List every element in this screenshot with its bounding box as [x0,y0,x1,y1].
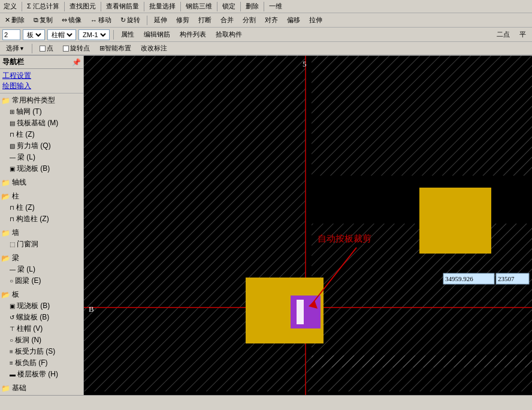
axis-icon: ⊞ [10,108,14,115]
svg-rect-11 [297,300,304,324]
canvas-area[interactable]: 5 B 34959.926 23507 自动按板裁剪 Y [84,56,532,395]
neg-rebar-icon: ≡ [10,360,13,366]
btn-align[interactable]: 对齐 [261,14,282,26]
folder-icon-wall: 📁 [1,229,10,237]
svg-rect-3 [312,56,532,176]
main-area: 导航栏 📌 工程设置 绘图输入 📁 常用构件类型 ⊞ 轴网 (T) ▤ 筏板基础 [0,56,532,395]
btn-split[interactable]: 分割 [239,14,259,26]
btn-extend[interactable]: 延伸 [150,14,171,26]
sidebar-item-slab-rebar[interactable]: ≡ 板受力筋 (S) [0,346,83,357]
sidebar-section-foundation: 📁 基础 [0,381,83,395]
num-input[interactable] [2,29,20,40]
sidebar-item-round-beam[interactable]: ○ 圆梁 (E) [0,275,83,287]
type3-combo[interactable]: ZM-1 [78,29,110,40]
btn-select[interactable]: 选择 ▼ [2,43,28,55]
btn-offset[interactable]: 偏移 [283,14,304,26]
divider7 [240,2,241,11]
btn-break[interactable]: 打断 [195,14,215,26]
sidebar-top-links: 工程设置 绘图输入 [0,69,83,94]
sidebar-group-slab[interactable]: 📂 板 [0,289,83,300]
sidebar-item-column[interactable]: ⊓ 柱 (Z) [0,129,83,140]
toolbar-lock[interactable]: 锁定 [220,2,238,11]
toolbar-delete2[interactable]: 删除 [243,2,261,11]
divider11 [32,44,32,53]
folder-icon-foundation: 📁 [1,384,10,393]
btn-mirror[interactable]: ⇔ 镜像 [58,14,85,26]
toolbar-view-rebar[interactable]: 查看钢筋量 [104,2,141,11]
toolbar-1d[interactable]: 一维 [267,2,285,11]
toolbar-batch-select[interactable]: 批量选择 [147,2,178,11]
dropdown-arrow: ▼ [19,46,25,52]
sidebar-item-door[interactable]: ⬚ 门窗洞 [0,239,83,250]
divider3 [101,2,101,11]
sidebar-pin-icon[interactable]: 📌 [72,58,81,67]
sidebar-group-col[interactable]: 📂 柱 [0,191,83,202]
btn-property[interactable]: 属性 [117,29,138,41]
beam-icon: — [10,154,16,161]
sidebar-group-axis[interactable]: 📁 轴线 [0,177,83,188]
sidebar-item-slab[interactable]: ▣ 现浇板 (B) [0,163,83,174]
btn-point[interactable]: 点 [36,43,57,55]
btn-smart-layout[interactable]: ⊞ 智能布置 [96,43,135,55]
sidebar-item-floor-band[interactable]: ▬ 楼层板带 (H) [0,369,83,380]
btn-delete[interactable]: ✕ 删除 [1,14,28,26]
sidebar-section-axis: 📁 轴线 [0,176,83,189]
type2-combo[interactable]: 柱帽 [47,29,76,40]
move-icon: ↔ [90,17,97,24]
toolbar-sum[interactable]: Σ 汇总计算 [25,2,62,11]
type1-combo[interactable]: 板 [23,29,45,40]
slab-hole-icon: ○ [10,337,13,343]
sidebar-section-slab: 📂 板 ▣ 现浇板 (B) ↺ 螺旋板 (B) ⊤ 柱帽 (V) ○ 板洞 [0,288,83,381]
divider9 [147,16,147,25]
toolbar-3d-rebar[interactable]: 钢筋三维 [183,2,214,11]
toolbar-row2: ✕ 删除 ⧉ 复制 ⇔ 镜像 ↔ 移动 ↻ 旋转 延伸 修剪 打断 合并 [0,13,532,28]
sidebar-group-wall[interactable]: 📁 墙 [0,227,83,239]
type1-select[interactable]: 板 [25,30,43,40]
sidebar-group-common[interactable]: 📁 常用构件类型 [0,95,83,106]
raft-icon: ▤ [10,120,15,126]
divider1 [22,2,22,11]
sidebar-item-slab-hole[interactable]: ○ 板洞 (N) [0,334,83,346]
btn-component-list[interactable]: 构件列表 [176,29,210,41]
sidebar-item-neg-rebar[interactable]: ≡ 板负筋 (F) [0,357,83,369]
cast-slab-icon: ▣ [10,303,15,309]
beam-l-icon: — [10,266,16,273]
btn-pick-component[interactable]: 拾取构件 [212,29,246,41]
link-drawing-input[interactable]: 绘图输入 [2,81,81,91]
sidebar-content: 📁 常用构件类型 ⊞ 轴网 (T) ▤ 筏板基础 (M) ⊓ 柱 (Z) ▧ [0,94,83,395]
sidebar-item-spiral-slab[interactable]: ↺ 螺旋板 (B) [0,312,83,323]
btn-copy[interactable]: ⧉ 复制 [30,14,56,26]
toolbar-find[interactable]: 查找图元 [67,2,98,11]
sidebar-item-cast-slab[interactable]: ▣ 现浇板 (B) [0,300,83,312]
sidebar-item-shearwall[interactable]: ▧ 剪力墙 (Q) [0,140,83,152]
sidebar-item-raft[interactable]: ▤ 筏板基础 (M) [0,117,83,129]
btn-stretch[interactable]: 拉伸 [306,14,326,26]
sidebar-item-col-z[interactable]: ⊓ 柱 (Z) [0,202,83,213]
type2-select[interactable]: 柱帽 [49,30,74,40]
btn-two-points[interactable]: 二点 [493,29,513,41]
btn-move[interactable]: ↔ 移动 [87,14,115,26]
btn-modify-annotation[interactable]: 改改标注 [137,43,171,55]
checkbox-rotate [63,46,69,52]
btn-trim[interactable]: 修剪 [173,14,193,26]
btn-merge[interactable]: 合并 [217,14,237,26]
type3-select[interactable]: ZM-1 [80,30,108,40]
divider10 [113,30,114,40]
link-project-settings[interactable]: 工程设置 [2,71,81,81]
sidebar-item-beam[interactable]: — 梁 (L) [0,152,83,163]
btn-edit-rebar[interactable]: 编辑钢筋 [140,29,174,41]
svg-text:34959.926: 34959.926 [445,275,473,282]
toolbar-define[interactable]: 定义 [1,2,19,11]
sidebar-item-beam-l[interactable]: — 梁 (L) [0,264,83,275]
sidebar-item-struct-col[interactable]: ⊓ 构造柱 (Z) [0,213,83,225]
floor-band-icon: ▬ [10,371,16,378]
btn-flat[interactable]: 平 [516,29,530,41]
mirror-icon: ⇔ [62,16,67,24]
sidebar-group-beam[interactable]: 📂 梁 [0,252,83,264]
btn-rotate[interactable]: ↻ 旋转 [117,14,144,26]
sidebar-item-column-cap[interactable]: ⊤ 柱帽 (V) [0,323,83,334]
btn-rotate-point[interactable]: 旋转点 [59,43,93,55]
sidebar-group-foundation[interactable]: 📁 基础 [0,382,83,394]
folder-icon-col: 📂 [1,192,10,201]
sidebar-item-axis[interactable]: ⊞ 轴网 (T) [0,106,83,117]
